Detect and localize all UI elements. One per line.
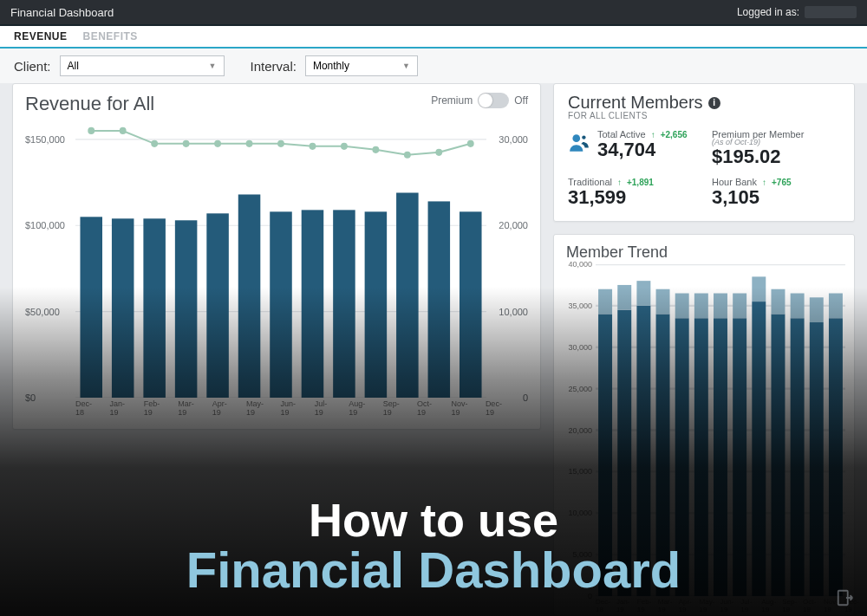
svg-point-30 [572, 134, 580, 142]
client-select-value: All [68, 60, 79, 72]
filter-bar: Client: All ▼ Interval: Monthly ▼ [0, 49, 867, 83]
members-subtitle: FOR ALL CLIENTS [568, 111, 840, 120]
svg-rect-44 [617, 285, 631, 310]
login-status: Logged in as: [737, 6, 857, 18]
chevron-down-icon: ▼ [402, 62, 410, 70]
svg-rect-9 [238, 194, 261, 398]
interval-label: Interval: [251, 59, 297, 74]
svg-point-31 [582, 135, 585, 139]
svg-point-29 [468, 141, 473, 146]
revenue-axis-right: 010,00020,00030,000 [490, 122, 528, 398]
svg-rect-66 [829, 294, 843, 319]
stat-total-active: Total Active ↑ +2,656 34,704 [568, 129, 696, 168]
svg-rect-42 [598, 289, 612, 314]
svg-rect-4 [80, 217, 102, 398]
logged-in-label: Logged in as: [737, 6, 799, 18]
premium-toggle-label: Premium [431, 94, 473, 107]
premium-toggle-group: Premium Off [431, 93, 528, 108]
exit-icon[interactable] [836, 588, 855, 607]
svg-point-24 [310, 144, 315, 149]
revenue-plot [75, 122, 486, 398]
svg-rect-11 [302, 210, 324, 398]
svg-point-23 [278, 141, 284, 146]
svg-point-22 [247, 141, 252, 146]
svg-point-21 [215, 141, 220, 146]
svg-rect-16 [460, 211, 482, 398]
traditional-value: 31,599 [568, 186, 696, 209]
trend-title: Member Trend [566, 243, 842, 262]
svg-point-20 [184, 141, 189, 146]
svg-rect-13 [365, 211, 388, 398]
svg-point-19 [152, 141, 157, 146]
svg-point-25 [342, 144, 347, 149]
svg-rect-15 [428, 201, 451, 398]
person-icon [568, 131, 590, 153]
svg-rect-10 [270, 211, 292, 398]
interval-select[interactable]: Monthly ▼ [305, 55, 418, 76]
top-bar: Financial Dashboard Logged in as: [0, 0, 867, 24]
up-arrow-icon: ↑ [762, 178, 766, 187]
svg-rect-46 [636, 281, 650, 306]
traditional-delta: +1,891 [627, 178, 654, 187]
svg-point-26 [373, 147, 378, 152]
svg-rect-14 [396, 192, 419, 398]
svg-point-27 [405, 152, 410, 158]
overlay-line1: How to use [0, 496, 867, 544]
members-title: Current Members i [568, 93, 840, 113]
revenue-x-labels: Dec-18Jan-19Feb-19Mar-19Apr-19May-19Jun-… [75, 399, 486, 418]
ppm-value: $195.02 [712, 146, 840, 168]
stat-premium-per-member: Premium per Member (As of Oct-19) $195.0… [712, 129, 840, 168]
svg-point-17 [88, 128, 94, 133]
logged-in-user [805, 6, 857, 18]
svg-rect-54 [714, 294, 727, 319]
info-icon[interactable]: i [708, 97, 720, 109]
svg-rect-7 [175, 220, 198, 398]
premium-toggle-state: Off [514, 94, 528, 107]
svg-rect-8 [206, 213, 229, 398]
total-active-delta: +2,656 [661, 130, 688, 139]
svg-rect-48 [656, 289, 670, 314]
up-arrow-icon: ↑ [651, 130, 655, 139]
tab-row: REVENUE BENEFITS [0, 26, 867, 49]
interval-select-value: Monthly [313, 60, 349, 72]
members-card: Current Members i FOR ALL CLIENTS Total … [553, 83, 855, 222]
svg-rect-62 [791, 294, 805, 319]
hour-bank-delta: +765 [772, 178, 792, 187]
svg-rect-6 [143, 218, 166, 398]
revenue-chart: $0$50,000$100,000$150,000 010,00020,0003… [25, 122, 528, 418]
tab-revenue[interactable]: REVENUE [14, 30, 68, 42]
hour-bank-value: 3,105 [712, 186, 840, 209]
svg-rect-64 [810, 297, 824, 322]
client-label: Client: [14, 59, 51, 74]
trend-x-labels: Dec-18Jan-19Feb-19Mar-19Apr-19May-19Jun-… [596, 598, 845, 613]
app-title: Financial Dashboard [10, 6, 114, 19]
revenue-axis-left: $0$50,000$100,000$150,000 [25, 122, 72, 398]
client-select[interactable]: All ▼ [60, 55, 225, 76]
overlay-line2: Financial Dashboard [0, 544, 867, 595]
svg-rect-52 [694, 294, 708, 319]
svg-rect-50 [675, 294, 689, 319]
up-arrow-icon: ↑ [617, 178, 622, 187]
svg-rect-56 [733, 294, 746, 319]
chevron-down-icon: ▼ [209, 62, 217, 70]
svg-rect-12 [333, 210, 355, 398]
members-grid: Total Active ↑ +2,656 34,704 Premium per… [568, 129, 840, 209]
stat-traditional: Traditional ↑ +1,891 31,599 [568, 177, 696, 209]
members-title-text: Current Members [568, 93, 703, 113]
svg-rect-58 [752, 276, 766, 302]
app-root: Financial Dashboard Logged in as: REVENU… [0, 0, 867, 616]
tab-benefits[interactable]: BENEFITS [83, 30, 138, 42]
premium-toggle[interactable] [478, 93, 509, 108]
svg-point-18 [121, 128, 126, 133]
overlay-headline: How to use Financial Dashboard [0, 496, 867, 595]
svg-point-28 [436, 150, 441, 155]
svg-rect-60 [771, 289, 785, 314]
svg-rect-5 [112, 218, 134, 398]
stat-hour-bank: Hour Bank ↑ +765 3,105 [712, 177, 840, 209]
revenue-card: Revenue for All Premium Off $0$50,000$10… [12, 83, 541, 430]
